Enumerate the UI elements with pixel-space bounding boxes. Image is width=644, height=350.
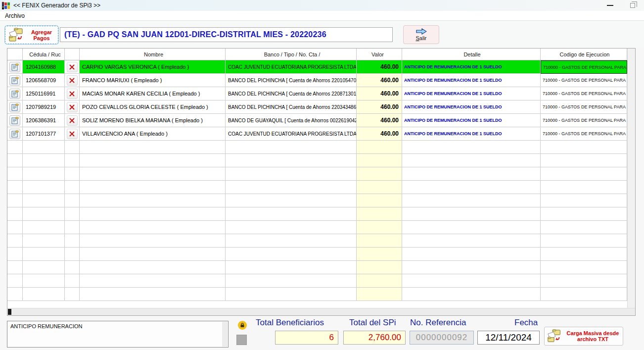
delete-row-button[interactable]	[67, 102, 78, 112]
edit-row-button[interactable]	[9, 115, 20, 126]
fecha-label: Fecha	[514, 318, 538, 328]
empty-cell	[226, 167, 357, 181]
lock-toggle[interactable]	[238, 321, 247, 330]
empty-cell	[402, 274, 541, 288]
fecha-field[interactable]: 12/11/2024	[477, 331, 540, 345]
restore-icon	[630, 3, 635, 8]
table-row[interactable]: 1206568709FRANCO MARIUXI ( Empleado )BAN…	[7, 74, 627, 87]
nombre-cell: MACIAS MONAR KAREN CECILIA ( Empleado )	[80, 87, 226, 100]
delete-row-button[interactable]	[67, 129, 78, 139]
empty-cell	[23, 167, 65, 181]
add-payments-folder-icon	[8, 28, 25, 43]
delete-cell	[65, 127, 80, 141]
empty-cell	[80, 167, 226, 181]
table-row[interactable]: 1206386391SOLIZ MORENO BIELKA MARIANA ( …	[7, 114, 627, 127]
empty-cell	[226, 274, 357, 288]
nombre-cell: VILLAVICENCIO ANA ( Empleado )	[80, 127, 226, 141]
empty-cell	[357, 181, 402, 194]
empty-cell	[65, 181, 80, 194]
empty-cell	[80, 248, 226, 261]
delete-x-icon	[69, 131, 75, 137]
edit-cell	[7, 60, 23, 74]
empty-cell	[80, 181, 226, 194]
empty-cell	[357, 167, 402, 181]
observacion-textarea[interactable]: ANTICIPO REMUNERACION	[7, 321, 229, 348]
delete-row-button[interactable]	[67, 89, 78, 99]
delete-cell	[65, 114, 80, 127]
empty-cell	[541, 194, 627, 207]
edit-row-button[interactable]	[9, 75, 20, 86]
table-row[interactable]: 1207989219POZO CEVALLOS GLORIA CELESTE (…	[7, 100, 627, 114]
empty-cell	[7, 154, 23, 167]
empty-cell	[7, 207, 23, 221]
empty-cell	[23, 181, 65, 194]
vertical-scrollbar[interactable]	[627, 49, 635, 308]
header-detalle: Detalle	[402, 49, 541, 60]
entity-title-field[interactable]: (TE) - GAD PQ SAN JUAN 12D01-DIREC-DISTR…	[60, 27, 393, 42]
detalle-cell: ANTICIPO DE REMUNERACION DE 1 SUELDO	[402, 60, 541, 74]
empty-cell	[541, 181, 627, 194]
delete-row-button[interactable]	[67, 75, 78, 86]
empty-table-row	[7, 167, 627, 181]
empty-cell	[65, 248, 80, 261]
empty-cell	[80, 154, 226, 167]
empty-cell	[357, 274, 402, 288]
banco-cell: BANCO DEL PICHINCHA [ Cuenta de Ahorros …	[226, 100, 357, 114]
empty-cell	[65, 194, 80, 207]
menu-archivo[interactable]: Archivo	[0, 11, 30, 20]
empty-cell	[402, 167, 541, 181]
delete-row-button[interactable]	[67, 115, 78, 126]
salir-button[interactable]: Salir	[403, 25, 439, 44]
valor-cell: 460.00	[357, 100, 402, 114]
delete-cell	[65, 60, 80, 74]
valor-cell: 460.00	[357, 127, 402, 141]
carga-masiva-button[interactable]: Carga Masiva desde archivo TXT	[544, 327, 623, 346]
empty-table-row	[7, 194, 627, 207]
edit-icon	[11, 63, 19, 71]
delete-cell	[65, 87, 80, 100]
table-row[interactable]: 1207101377VILLAVICENCIO ANA ( Empleado )…	[7, 127, 627, 141]
empty-table-row	[7, 288, 627, 301]
observacion-scrollbar[interactable]	[222, 322, 228, 347]
edit-row-button[interactable]	[9, 102, 20, 112]
edit-icon	[11, 77, 19, 84]
edit-row-button[interactable]	[9, 62, 20, 72]
exit-arrow-icon	[416, 28, 427, 35]
agregar-pagos-button[interactable]: Agregar Pagos	[5, 26, 58, 44]
edit-icon	[11, 130, 19, 138]
empty-cell	[65, 141, 80, 154]
delete-row-button[interactable]	[67, 62, 78, 72]
table-row[interactable]: 1204160988CARPIO VARGAS VERONICA ( Emple…	[7, 60, 627, 74]
empty-cell	[226, 248, 357, 261]
detalle-cell: ANTICIPO DE REMUNERACION DE 1 SUELDO	[402, 114, 541, 127]
total-beneficiarios-label: Total Beneficiarios	[256, 318, 324, 328]
empty-table-row	[7, 274, 627, 288]
delete-x-icon	[69, 77, 75, 84]
empty-table-row	[7, 234, 627, 248]
empty-cell	[541, 167, 627, 181]
empty-cell	[402, 207, 541, 221]
empty-cell	[7, 221, 23, 234]
valor-cell: 460.00	[357, 114, 402, 127]
empty-table-row	[7, 207, 627, 221]
banco-cell: COAC JUVENTUD ECUATORIANA PROGRESISTA LT…	[226, 60, 357, 74]
empty-cell	[357, 194, 402, 207]
empty-cell	[23, 234, 65, 248]
minimize-button[interactable]	[598, 0, 621, 11]
horizontal-scrollbar-thumb[interactable]	[8, 309, 11, 315]
detalle-cell: ANTICIPO DE REMUNERACION DE 1 SUELDO	[402, 87, 541, 100]
detalle-cell: ANTICIPO DE REMUNERACION DE 1 SUELDO	[402, 74, 541, 87]
empty-cell	[7, 167, 23, 181]
empty-cell	[23, 274, 65, 288]
edit-row-button[interactable]	[9, 129, 20, 139]
empty-cell	[357, 154, 402, 167]
table-row[interactable]: 1250116991MACIAS MONAR KAREN CECILIA ( E…	[7, 87, 627, 100]
title-bar: << FENIX Generador de SPi3 >>	[0, 0, 644, 11]
status-square[interactable]	[236, 335, 247, 345]
empty-cell	[23, 154, 65, 167]
total-spi-field: 2,760.00	[343, 331, 406, 345]
cedula-cell: 1206568709	[23, 74, 65, 87]
horizontal-scrollbar[interactable]	[7, 308, 635, 315]
restore-button[interactable]	[621, 0, 644, 11]
edit-row-button[interactable]	[9, 89, 20, 99]
